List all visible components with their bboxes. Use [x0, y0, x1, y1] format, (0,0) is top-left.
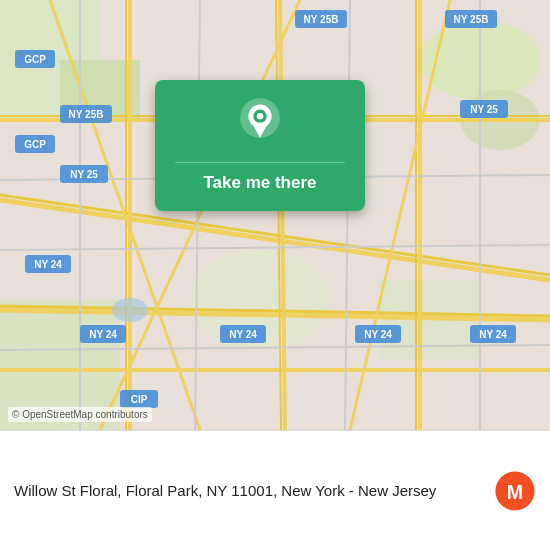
location-pin-icon [236, 98, 284, 146]
svg-text:NY 24: NY 24 [229, 329, 257, 340]
take-me-there-button[interactable]: Take me there [175, 162, 345, 197]
svg-point-57 [112, 298, 148, 322]
location-address: Willow St Floral, Floral Park, NY 11001,… [14, 480, 482, 501]
map-attribution: © OpenStreetMap contributors [8, 407, 152, 422]
map-view: NY 25B NY 25B NY 25 NY 25B NY 25 NY 24 N… [0, 0, 550, 430]
svg-text:NY 25: NY 25 [70, 169, 98, 180]
svg-text:NY 25B: NY 25B [69, 109, 104, 120]
svg-text:NY 25B: NY 25B [304, 14, 339, 25]
svg-text:CIP: CIP [131, 394, 148, 405]
svg-text:GCP: GCP [24, 139, 46, 150]
svg-text:NY 25: NY 25 [470, 104, 498, 115]
svg-text:NY 24: NY 24 [34, 259, 62, 270]
svg-text:NY 24: NY 24 [479, 329, 507, 340]
moovit-logo: M [494, 470, 536, 512]
svg-point-62 [257, 113, 264, 120]
bottom-bar: Willow St Floral, Floral Park, NY 11001,… [0, 430, 550, 550]
svg-text:M: M [507, 481, 523, 503]
svg-text:NY 25B: NY 25B [454, 14, 489, 25]
svg-text:NY 24: NY 24 [364, 329, 392, 340]
location-card: Take me there [155, 80, 365, 211]
svg-text:NY 24: NY 24 [89, 329, 117, 340]
svg-text:GCP: GCP [24, 54, 46, 65]
location-details: Willow St Floral, Floral Park, NY 11001,… [14, 470, 536, 512]
